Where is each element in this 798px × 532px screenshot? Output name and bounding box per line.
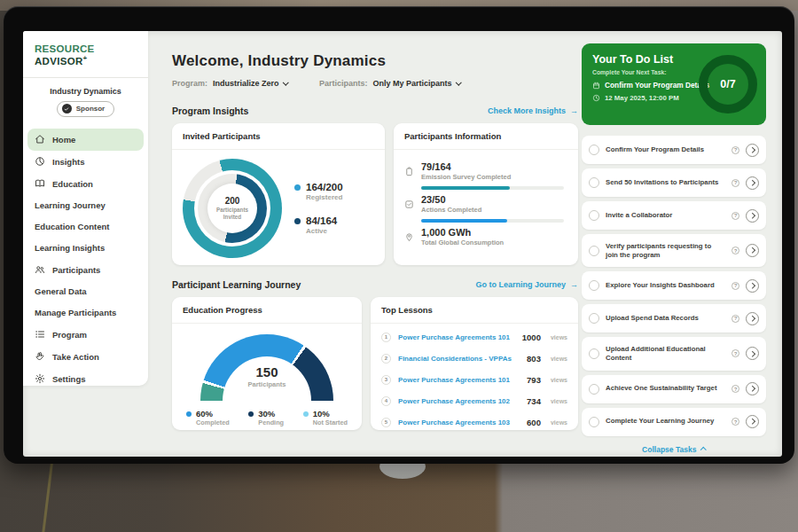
- task-item[interactable]: Achieve One Sustainability Target ?: [582, 375, 766, 403]
- task-item[interactable]: Invite a Collaborator ?: [582, 201, 766, 230]
- go-to-learning-journey-link[interactable]: Go to Learning Journey →: [475, 280, 578, 289]
- participants-info-row: 79/164 Emission Survey Completed: [404, 161, 567, 190]
- sponsor-check-icon: [62, 104, 72, 113]
- info-icon[interactable]: ?: [732, 418, 739, 426]
- task-checkbox[interactable]: [589, 210, 599, 221]
- collapse-tasks-link[interactable]: Collapse Tasks: [582, 445, 766, 454]
- section-title: Participant Learning Journey: [172, 279, 301, 290]
- lesson-views: 600: [527, 418, 541, 427]
- chevron-right-button[interactable]: [746, 279, 759, 293]
- app-logo: RESOURCE ADVISOR+: [23, 31, 148, 66]
- sidebar-item-label: General Data: [35, 286, 87, 296]
- settings-icon: [35, 373, 45, 384]
- lesson-row[interactable]: 2 Financial Considerations - VPPAs 803 v…: [371, 348, 578, 369]
- chevron-right-button[interactable]: [746, 244, 759, 257]
- lesson-rank: 3: [381, 375, 391, 385]
- sidebar-item[interactable]: Home: [27, 129, 144, 151]
- legend-item: 84/164 Active: [294, 215, 343, 235]
- lesson-link[interactable]: Power Purchase Agreements 101: [398, 333, 515, 341]
- section-title: Program Insights: [172, 106, 248, 116]
- filter-bar: Program: Industrialize Zero Participants…: [172, 79, 578, 88]
- task-item[interactable]: Upload Additional Educational Content ?: [582, 337, 766, 370]
- sidebar-item[interactable]: Participants: [23, 259, 148, 281]
- task-label: Explore Your Insights Dashboard: [606, 281, 725, 290]
- sidebar-item[interactable]: Insights: [23, 151, 148, 173]
- logo-primary: RESOURCE: [35, 43, 95, 54]
- task-checkbox[interactable]: [589, 348, 599, 359]
- lesson-row[interactable]: 4 Power Purchase Agreements 102 734 view…: [371, 390, 578, 411]
- views-suffix: views: [551, 356, 567, 362]
- task-item[interactable]: Upload Spend Data Records ?: [582, 304, 766, 332]
- info-icon[interactable]: ?: [732, 282, 739, 290]
- info-icon[interactable]: ?: [732, 315, 739, 323]
- sidebar-item[interactable]: Settings: [23, 368, 148, 390]
- task-checkbox[interactable]: [589, 417, 599, 427]
- chevron-right-button[interactable]: [746, 347, 759, 360]
- arrow-right-icon: →: [570, 106, 578, 115]
- lesson-row[interactable]: 5 Power Purchase Agreements 103 600 view…: [371, 411, 578, 433]
- task-item[interactable]: Confirm Your Program Details ?: [582, 136, 766, 164]
- task-label: Upload Additional Educational Content: [606, 345, 725, 363]
- task-checkbox[interactable]: [589, 145, 599, 155]
- chevron-right-button[interactable]: [746, 144, 759, 157]
- sidebar-item[interactable]: Learning Journey: [23, 195, 148, 216]
- invited-participants-card: Invited Participants 200 Participants In…: [172, 123, 385, 265]
- sidebar-item[interactable]: Manage Participants: [23, 302, 148, 324]
- lesson-link[interactable]: Power Purchase Agreements 103: [398, 419, 520, 426]
- top-lessons-card: Top Lessons 1 Power Purchase Agreements …: [371, 297, 578, 430]
- task-checkbox[interactable]: [589, 246, 599, 256]
- task-item[interactable]: Send 50 Invitations to Participants ?: [582, 168, 766, 197]
- legend-dot-icon: [294, 218, 301, 224]
- check-more-insights-link[interactable]: Check More Insights →: [488, 106, 578, 115]
- task-label: Upload Spend Data Records: [606, 314, 725, 323]
- views-suffix: views: [551, 377, 567, 383]
- sidebar-item[interactable]: Program: [23, 324, 148, 346]
- task-checkbox[interactable]: [589, 280, 599, 291]
- task-checkbox[interactable]: [589, 384, 599, 395]
- clock-icon: [592, 94, 600, 102]
- views-suffix: views: [551, 334, 567, 340]
- sidebar-item[interactable]: Learning Insights: [23, 238, 148, 259]
- info-icon[interactable]: ?: [732, 246, 739, 254]
- lesson-rank: 4: [381, 396, 391, 406]
- info-icon[interactable]: ?: [732, 385, 739, 393]
- lesson-row[interactable]: 1 Power Purchase Agreements 101 1000 vie…: [371, 326, 578, 348]
- info-icon[interactable]: ?: [732, 349, 739, 357]
- chevron-right-button[interactable]: [746, 176, 759, 190]
- sidebar-item[interactable]: General Data: [23, 281, 148, 302]
- filter-value: Only My Participants: [373, 79, 461, 88]
- info-icon[interactable]: ?: [732, 179, 739, 187]
- sidebar-item-label: Take Action: [52, 352, 99, 362]
- task-item[interactable]: Explore Your Insights Dashboard ?: [582, 271, 766, 300]
- info-icon[interactable]: ?: [732, 146, 739, 154]
- sidebar-item[interactable]: Education Content: [23, 216, 148, 238]
- lesson-row[interactable]: 3 Power Purchase Agreements 101 793 view…: [371, 369, 578, 390]
- task-checkbox[interactable]: [589, 313, 599, 324]
- legend-dot-icon: [248, 411, 254, 417]
- task-item[interactable]: Verify participants requesting to join t…: [582, 234, 766, 267]
- lesson-link[interactable]: Power Purchase Agreements 101: [398, 376, 520, 384]
- sidebar-item[interactable]: Education: [23, 173, 148, 195]
- task-label: Send 50 Invitations to Participants: [606, 178, 725, 187]
- legend-dot-icon: [303, 411, 309, 417]
- insights-icon: [35, 156, 45, 167]
- chevron-right-button[interactable]: [746, 382, 759, 395]
- chevron-right-button[interactable]: [746, 209, 759, 223]
- monitor-bezel: RESOURCE ADVISOR+ Industry Dynamics Spon…: [4, 6, 794, 464]
- chevron-up-icon: [700, 448, 706, 453]
- lesson-link[interactable]: Financial Considerations - VPPAs: [398, 355, 520, 363]
- donut-center-value: 200: [225, 196, 240, 206]
- info-icon[interactable]: ?: [732, 212, 739, 220]
- chevron-right-button[interactable]: [746, 415, 759, 428]
- task-item[interactable]: Complete Your Learning Journey ?: [582, 408, 766, 436]
- participants-info-row: 23/50 Actions Completed: [404, 194, 567, 223]
- sidebar-item-label: Learning Insights: [35, 243, 105, 253]
- lesson-link[interactable]: Power Purchase Agreements 102: [398, 397, 520, 405]
- chevron-right-button[interactable]: [746, 312, 759, 325]
- task-list: Confirm Your Program Details ? Send 50 I…: [582, 136, 766, 436]
- education-icon: [35, 178, 45, 189]
- filter-dropdown[interactable]: Participants: Only My Participants: [319, 79, 460, 88]
- filter-dropdown[interactable]: Program: Industrialize Zero: [172, 79, 287, 88]
- task-checkbox[interactable]: [589, 177, 599, 188]
- sidebar-item[interactable]: Take Action: [23, 346, 148, 368]
